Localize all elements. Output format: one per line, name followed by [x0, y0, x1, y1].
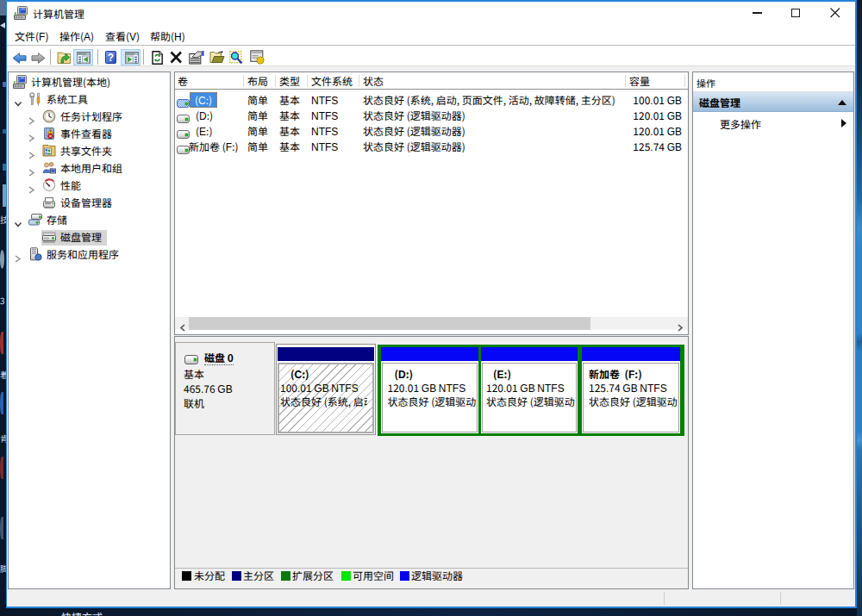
- svg-text:?: ?: [108, 52, 114, 64]
